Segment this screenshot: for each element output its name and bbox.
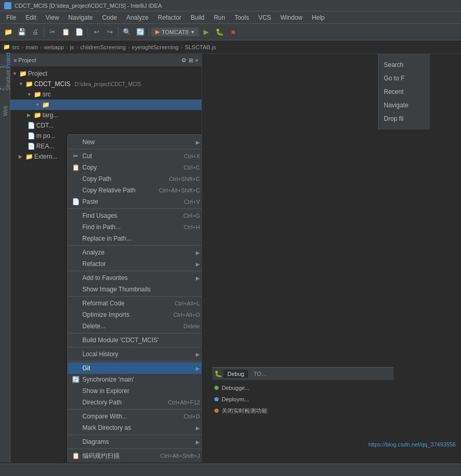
menu-code[interactable]: Code bbox=[98, 13, 121, 22]
menu-help[interactable]: Help bbox=[308, 13, 329, 22]
debug-dot-2 bbox=[214, 397, 219, 401]
qs-recent[interactable]: Recent bbox=[382, 85, 427, 99]
ctx-sep6 bbox=[68, 333, 202, 333]
toolbar-sep4 bbox=[149, 27, 149, 37]
app-icon bbox=[4, 2, 11, 9]
ctx-sep2 bbox=[68, 208, 202, 209]
menu-vcs[interactable]: VCS bbox=[254, 13, 276, 22]
ctx-reformat-code[interactable]: Reformat Code Ctrl+Alt+L bbox=[68, 298, 202, 309]
ctx-delete[interactable]: Delete... Delete bbox=[68, 320, 202, 332]
ctx-code-scan[interactable]: 📋编码规约扫描 Ctrl+Alt+Shift+J bbox=[68, 450, 202, 461]
main-layout: 1: Project Z: Structure Web ≡ Project ⚙ … bbox=[0, 54, 461, 463]
debug-row-deploy: Deploym... bbox=[222, 396, 249, 402]
tree-item-cdct-file[interactable]: 📄 CDT... bbox=[10, 120, 201, 131]
bottom-bar bbox=[0, 464, 461, 476]
ctx-synchronize[interactable]: 🔄Synchronize 'main' bbox=[68, 374, 202, 385]
ctx-add-favorites[interactable]: Add to Favorites ▶ bbox=[68, 272, 202, 284]
ctx-copy-path[interactable]: Copy Path Ctrl+Shift+C bbox=[68, 173, 202, 185]
ctx-show-thumbnails[interactable]: Show Image Thumbnails bbox=[68, 284, 202, 295]
ctx-local-history[interactable]: Local History ▶ bbox=[68, 348, 202, 360]
ctx-mark-directory[interactable]: Mark Directory as ▶ bbox=[68, 422, 202, 433]
ctx-find-usages[interactable]: Find Usages Ctrl+G bbox=[68, 210, 202, 221]
menu-edit[interactable]: Edit bbox=[21, 13, 40, 22]
ctx-sep8 bbox=[68, 361, 202, 361]
sidebar-web-icon[interactable]: Web bbox=[1, 107, 9, 115]
project-gear-icon[interactable]: ⚙ bbox=[181, 57, 186, 64]
ctx-find-in-path[interactable]: Find in Path... Ctrl+H bbox=[68, 221, 202, 233]
menu-view[interactable]: View bbox=[41, 13, 63, 22]
qs-goto[interactable]: Go to F bbox=[382, 72, 427, 85]
toolbar-search-btn[interactable]: 🔍 bbox=[121, 26, 133, 38]
toolbar-redo-btn[interactable]: ↪ bbox=[104, 26, 116, 38]
toolbar-print-btn[interactable]: 🖨 bbox=[29, 26, 41, 38]
ctx-disable-realtime[interactable]: ⚙关闭实时检测功能 bbox=[68, 461, 202, 463]
menu-window[interactable]: Window bbox=[276, 13, 307, 22]
ctx-new[interactable]: New ▶ bbox=[68, 136, 202, 148]
breadcrumb-webapp[interactable]: webapp bbox=[44, 44, 64, 50]
sidebar-project-icon[interactable]: 1: Project bbox=[1, 56, 9, 64]
ctx-optimize-imports[interactable]: Optimize Imports Ctrl+Alt+O bbox=[68, 309, 202, 320]
toolbar-save-btn[interactable]: 💾 bbox=[16, 26, 28, 38]
menu-tools[interactable]: Tools bbox=[230, 13, 253, 22]
toolbar-stop-btn[interactable]: ■ bbox=[227, 26, 239, 38]
breadcrumb-sep5: › bbox=[128, 44, 130, 50]
tree-item-target[interactable]: ▶ 📁 targ... bbox=[10, 110, 201, 120]
url-bar: https://blog.csdn.net/qq_37493556 bbox=[202, 439, 461, 450]
ctx-compare-with[interactable]: Compare With... Ctrl+D bbox=[68, 411, 202, 422]
right-panel: Search Go to F Recent Navigate Drop fil … bbox=[202, 54, 461, 463]
ctx-show-explorer[interactable]: Show in Explorer bbox=[68, 385, 202, 397]
tree-item-project[interactable]: ▼ 📁 Project bbox=[10, 68, 201, 79]
project-close-icon[interactable]: × bbox=[195, 57, 198, 64]
url-text: https://blog.csdn.net/qq_37493556 bbox=[368, 441, 456, 447]
menu-navigate[interactable]: Navigate bbox=[64, 13, 97, 22]
breadcrumb-childrenScreening[interactable]: childrenScreening bbox=[80, 44, 126, 50]
debug-icon: 🐛 bbox=[214, 370, 222, 377]
breadcrumb-bar: 📁 src › main › webapp › js › childrenScr… bbox=[0, 40, 461, 54]
breadcrumb-src[interactable]: 📁 src bbox=[3, 44, 20, 50]
breadcrumb-js[interactable]: js bbox=[70, 44, 74, 50]
toolbar-paste-btn[interactable]: 📄 bbox=[73, 26, 85, 38]
tree-item-folder[interactable]: ▼ 📁 bbox=[10, 100, 201, 110]
menu-analyze[interactable]: Analyze bbox=[122, 13, 153, 22]
ctx-git[interactable]: Git ▶ bbox=[68, 362, 202, 374]
ctx-sep4 bbox=[68, 271, 202, 271]
debug-dot-3 bbox=[214, 409, 219, 413]
title-bar: CDCT_MCIS [D:\idea_project\CDCT_MCIS] - … bbox=[0, 0, 461, 11]
project-expand-icon[interactable]: ⊞ bbox=[189, 57, 193, 64]
ctx-diagrams[interactable]: Diagrams ▶ bbox=[68, 436, 202, 447]
breadcrumb-eyesightScreening[interactable]: eyesightScreening bbox=[132, 44, 179, 50]
toolbar-copy-btn[interactable]: 📋 bbox=[60, 26, 72, 38]
tree-item-src[interactable]: ▼ 📁 src bbox=[10, 89, 201, 100]
toolbar-undo-btn[interactable]: ↩ bbox=[90, 26, 103, 38]
toolbar-open-btn[interactable]: 📁 bbox=[2, 26, 15, 38]
ctx-paste[interactable]: 📄Paste Ctrl+V bbox=[68, 196, 202, 207]
toolbar-sep1 bbox=[44, 27, 44, 37]
breadcrumb-slsctab[interactable]: SLSCTAB.js bbox=[185, 44, 216, 50]
menu-file[interactable]: File bbox=[2, 13, 20, 22]
tomcat-selector[interactable]: ▶ TOMCAT8 ▼ bbox=[151, 27, 199, 36]
menu-refactor[interactable]: Refactor bbox=[154, 13, 185, 22]
ctx-replace-in-path[interactable]: Replace in Path... bbox=[68, 233, 202, 244]
toolbar-run-btn[interactable]: ▶ bbox=[200, 26, 212, 38]
breadcrumb-main[interactable]: main bbox=[25, 44, 38, 50]
quick-search-panel: Search Go to F Recent Navigate Drop fil bbox=[378, 54, 430, 130]
menu-build[interactable]: Build bbox=[186, 13, 209, 22]
ctx-cut[interactable]: ✂Cut Ctrl+X bbox=[68, 150, 202, 162]
ctx-build-module[interactable]: Build Module 'CDCT_MCIS' bbox=[68, 334, 202, 346]
sidebar-structure-icon[interactable]: Z: Structure bbox=[1, 76, 9, 85]
qs-search[interactable]: Search bbox=[382, 58, 427, 72]
qs-navigate[interactable]: Navigate bbox=[382, 99, 427, 112]
toolbar-replace-btn[interactable]: 🔄 bbox=[134, 26, 147, 38]
debug-tab-to[interactable]: TO... bbox=[249, 370, 270, 378]
tree-item-cdct-mcis[interactable]: ▼ 📁 CDCT_MCIS D:\idea_project\CDCT_MCIS bbox=[10, 79, 201, 89]
ctx-directory-path[interactable]: Directory Path Ctrl+Alt+F12 bbox=[68, 397, 202, 408]
debug-tab-debug[interactable]: Debug bbox=[223, 370, 248, 378]
toolbar-cut-btn[interactable]: ✂ bbox=[46, 26, 59, 38]
ctx-refactor[interactable]: Refactor ▶ bbox=[68, 258, 202, 270]
ctx-analyze[interactable]: Analyze ▶ bbox=[68, 247, 202, 258]
menu-run[interactable]: Run bbox=[210, 13, 229, 22]
toolbar-debug-btn[interactable]: 🐛 bbox=[213, 26, 226, 38]
ctx-copy-rel-path[interactable]: Copy Relative Path Ctrl+Alt+Shift+C bbox=[68, 185, 202, 196]
qs-drop[interactable]: Drop fil bbox=[382, 112, 427, 125]
ctx-copy[interactable]: 📋Copy Ctrl+C bbox=[68, 162, 202, 173]
